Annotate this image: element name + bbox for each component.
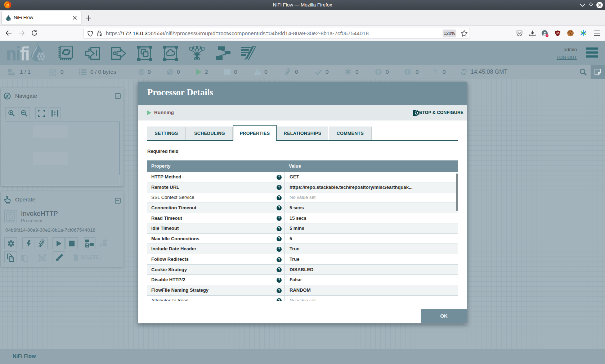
- svg-text:UO: UO: [556, 32, 560, 35]
